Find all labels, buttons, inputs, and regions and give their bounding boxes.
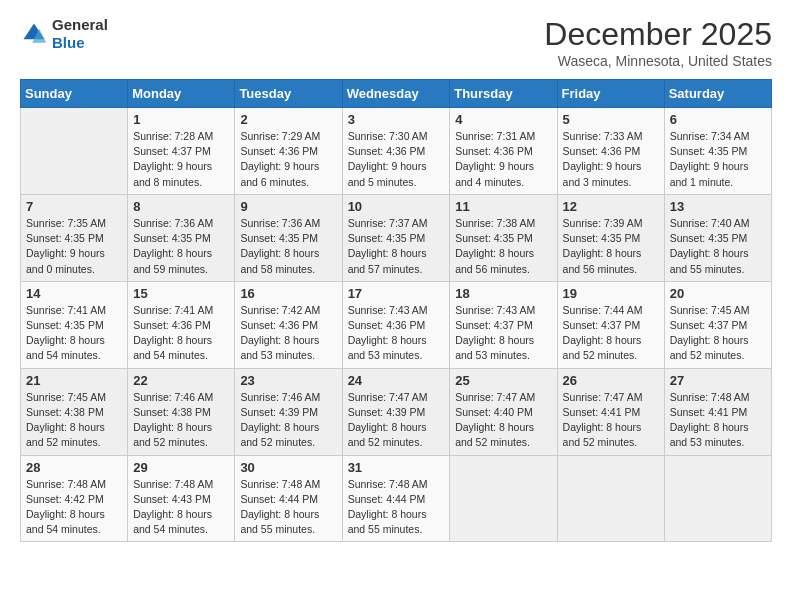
- day-info: Sunrise: 7:34 AM Sunset: 4:35 PM Dayligh…: [670, 129, 766, 190]
- weekday-header: Saturday: [664, 80, 771, 108]
- calendar-day-cell: 24Sunrise: 7:47 AM Sunset: 4:39 PM Dayli…: [342, 368, 450, 455]
- day-info: Sunrise: 7:47 AM Sunset: 4:41 PM Dayligh…: [563, 390, 659, 451]
- day-info: Sunrise: 7:48 AM Sunset: 4:44 PM Dayligh…: [348, 477, 445, 538]
- day-info: Sunrise: 7:48 AM Sunset: 4:42 PM Dayligh…: [26, 477, 122, 538]
- calendar-day-cell: 21Sunrise: 7:45 AM Sunset: 4:38 PM Dayli…: [21, 368, 128, 455]
- calendar-day-cell: [450, 455, 557, 542]
- day-info: Sunrise: 7:36 AM Sunset: 4:35 PM Dayligh…: [240, 216, 336, 277]
- calendar-day-cell: 27Sunrise: 7:48 AM Sunset: 4:41 PM Dayli…: [664, 368, 771, 455]
- day-info: Sunrise: 7:40 AM Sunset: 4:35 PM Dayligh…: [670, 216, 766, 277]
- calendar-day-cell: 28Sunrise: 7:48 AM Sunset: 4:42 PM Dayli…: [21, 455, 128, 542]
- calendar-day-cell: 13Sunrise: 7:40 AM Sunset: 4:35 PM Dayli…: [664, 194, 771, 281]
- day-number: 1: [133, 112, 229, 127]
- day-number: 8: [133, 199, 229, 214]
- calendar-day-cell: 22Sunrise: 7:46 AM Sunset: 4:38 PM Dayli…: [128, 368, 235, 455]
- day-info: Sunrise: 7:44 AM Sunset: 4:37 PM Dayligh…: [563, 303, 659, 364]
- calendar-day-cell: [557, 455, 664, 542]
- day-number: 20: [670, 286, 766, 301]
- day-number: 6: [670, 112, 766, 127]
- weekday-header: Friday: [557, 80, 664, 108]
- calendar-day-cell: 10Sunrise: 7:37 AM Sunset: 4:35 PM Dayli…: [342, 194, 450, 281]
- day-info: Sunrise: 7:38 AM Sunset: 4:35 PM Dayligh…: [455, 216, 551, 277]
- calendar-day-cell: [21, 108, 128, 195]
- day-info: Sunrise: 7:29 AM Sunset: 4:36 PM Dayligh…: [240, 129, 336, 190]
- calendar-day-cell: 12Sunrise: 7:39 AM Sunset: 4:35 PM Dayli…: [557, 194, 664, 281]
- day-number: 10: [348, 199, 445, 214]
- calendar-day-cell: 17Sunrise: 7:43 AM Sunset: 4:36 PM Dayli…: [342, 281, 450, 368]
- day-number: 13: [670, 199, 766, 214]
- logo: General Blue: [20, 16, 108, 52]
- day-number: 25: [455, 373, 551, 388]
- calendar-day-cell: 23Sunrise: 7:46 AM Sunset: 4:39 PM Dayli…: [235, 368, 342, 455]
- day-info: Sunrise: 7:43 AM Sunset: 4:36 PM Dayligh…: [348, 303, 445, 364]
- day-info: Sunrise: 7:48 AM Sunset: 4:44 PM Dayligh…: [240, 477, 336, 538]
- day-number: 14: [26, 286, 122, 301]
- calendar-day-cell: 3Sunrise: 7:30 AM Sunset: 4:36 PM Daylig…: [342, 108, 450, 195]
- day-info: Sunrise: 7:46 AM Sunset: 4:38 PM Dayligh…: [133, 390, 229, 451]
- day-number: 11: [455, 199, 551, 214]
- day-number: 15: [133, 286, 229, 301]
- day-info: Sunrise: 7:42 AM Sunset: 4:36 PM Dayligh…: [240, 303, 336, 364]
- calendar-day-cell: 20Sunrise: 7:45 AM Sunset: 4:37 PM Dayli…: [664, 281, 771, 368]
- day-info: Sunrise: 7:37 AM Sunset: 4:35 PM Dayligh…: [348, 216, 445, 277]
- day-info: Sunrise: 7:45 AM Sunset: 4:37 PM Dayligh…: [670, 303, 766, 364]
- day-number: 2: [240, 112, 336, 127]
- calendar-day-cell: 4Sunrise: 7:31 AM Sunset: 4:36 PM Daylig…: [450, 108, 557, 195]
- calendar-day-cell: 1Sunrise: 7:28 AM Sunset: 4:37 PM Daylig…: [128, 108, 235, 195]
- calendar-week-row: 28Sunrise: 7:48 AM Sunset: 4:42 PM Dayli…: [21, 455, 772, 542]
- day-info: Sunrise: 7:41 AM Sunset: 4:35 PM Dayligh…: [26, 303, 122, 364]
- day-info: Sunrise: 7:30 AM Sunset: 4:36 PM Dayligh…: [348, 129, 445, 190]
- day-number: 29: [133, 460, 229, 475]
- calendar-day-cell: 2Sunrise: 7:29 AM Sunset: 4:36 PM Daylig…: [235, 108, 342, 195]
- calendar-day-cell: 5Sunrise: 7:33 AM Sunset: 4:36 PM Daylig…: [557, 108, 664, 195]
- day-number: 16: [240, 286, 336, 301]
- day-info: Sunrise: 7:47 AM Sunset: 4:40 PM Dayligh…: [455, 390, 551, 451]
- day-info: Sunrise: 7:47 AM Sunset: 4:39 PM Dayligh…: [348, 390, 445, 451]
- calendar-week-row: 7Sunrise: 7:35 AM Sunset: 4:35 PM Daylig…: [21, 194, 772, 281]
- calendar-day-cell: 30Sunrise: 7:48 AM Sunset: 4:44 PM Dayli…: [235, 455, 342, 542]
- day-info: Sunrise: 7:31 AM Sunset: 4:36 PM Dayligh…: [455, 129, 551, 190]
- day-number: 24: [348, 373, 445, 388]
- calendar-week-row: 14Sunrise: 7:41 AM Sunset: 4:35 PM Dayli…: [21, 281, 772, 368]
- logo-icon: [20, 20, 48, 48]
- day-number: 4: [455, 112, 551, 127]
- calendar-week-row: 21Sunrise: 7:45 AM Sunset: 4:38 PM Dayli…: [21, 368, 772, 455]
- weekday-header: Sunday: [21, 80, 128, 108]
- day-info: Sunrise: 7:28 AM Sunset: 4:37 PM Dayligh…: [133, 129, 229, 190]
- location: Waseca, Minnesota, United States: [544, 53, 772, 69]
- day-info: Sunrise: 7:45 AM Sunset: 4:38 PM Dayligh…: [26, 390, 122, 451]
- calendar-day-cell: 19Sunrise: 7:44 AM Sunset: 4:37 PM Dayli…: [557, 281, 664, 368]
- calendar-day-cell: 11Sunrise: 7:38 AM Sunset: 4:35 PM Dayli…: [450, 194, 557, 281]
- day-info: Sunrise: 7:41 AM Sunset: 4:36 PM Dayligh…: [133, 303, 229, 364]
- calendar-day-cell: 9Sunrise: 7:36 AM Sunset: 4:35 PM Daylig…: [235, 194, 342, 281]
- calendar-table: SundayMondayTuesdayWednesdayThursdayFrid…: [20, 79, 772, 542]
- day-number: 18: [455, 286, 551, 301]
- calendar-day-cell: 6Sunrise: 7:34 AM Sunset: 4:35 PM Daylig…: [664, 108, 771, 195]
- day-number: 17: [348, 286, 445, 301]
- day-info: Sunrise: 7:35 AM Sunset: 4:35 PM Dayligh…: [26, 216, 122, 277]
- title-block: December 2025 Waseca, Minnesota, United …: [544, 16, 772, 69]
- calendar-day-cell: [664, 455, 771, 542]
- day-info: Sunrise: 7:33 AM Sunset: 4:36 PM Dayligh…: [563, 129, 659, 190]
- day-number: 9: [240, 199, 336, 214]
- logo-general: General: [52, 16, 108, 33]
- calendar-day-cell: 16Sunrise: 7:42 AM Sunset: 4:36 PM Dayli…: [235, 281, 342, 368]
- calendar-day-cell: 15Sunrise: 7:41 AM Sunset: 4:36 PM Dayli…: [128, 281, 235, 368]
- calendar-day-cell: 8Sunrise: 7:36 AM Sunset: 4:35 PM Daylig…: [128, 194, 235, 281]
- logo-text: General Blue: [52, 16, 108, 52]
- weekday-header-row: SundayMondayTuesdayWednesdayThursdayFrid…: [21, 80, 772, 108]
- day-number: 28: [26, 460, 122, 475]
- day-number: 7: [26, 199, 122, 214]
- day-info: Sunrise: 7:46 AM Sunset: 4:39 PM Dayligh…: [240, 390, 336, 451]
- calendar-week-row: 1Sunrise: 7:28 AM Sunset: 4:37 PM Daylig…: [21, 108, 772, 195]
- day-number: 21: [26, 373, 122, 388]
- day-number: 12: [563, 199, 659, 214]
- logo-blue: Blue: [52, 34, 85, 51]
- day-info: Sunrise: 7:43 AM Sunset: 4:37 PM Dayligh…: [455, 303, 551, 364]
- calendar-day-cell: 7Sunrise: 7:35 AM Sunset: 4:35 PM Daylig…: [21, 194, 128, 281]
- day-number: 5: [563, 112, 659, 127]
- day-info: Sunrise: 7:39 AM Sunset: 4:35 PM Dayligh…: [563, 216, 659, 277]
- weekday-header: Monday: [128, 80, 235, 108]
- weekday-header: Tuesday: [235, 80, 342, 108]
- day-number: 26: [563, 373, 659, 388]
